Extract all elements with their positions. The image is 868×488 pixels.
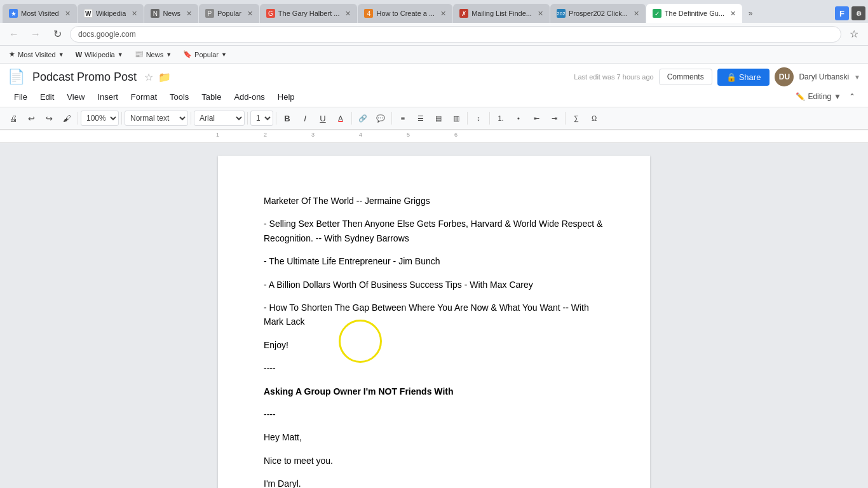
tab-definitive[interactable]: ✓ The Definitive Gu... ✕ xyxy=(646,4,742,23)
link-button[interactable]: 🔗 xyxy=(355,110,371,126)
expand-collapse-icon[interactable]: ⌃ xyxy=(849,92,855,101)
menu-tools[interactable]: Tools xyxy=(163,90,195,104)
divider-1 xyxy=(78,112,78,125)
tab-close-wikipedia[interactable]: ✕ xyxy=(132,10,137,18)
editing-mode-label: Editing xyxy=(808,92,831,101)
document-title[interactable]: Podcast Promo Post xyxy=(32,71,137,84)
bullet-list-button[interactable]: • xyxy=(510,110,527,126)
editing-mode-chevron[interactable]: ▼ xyxy=(834,92,841,101)
tab-create[interactable]: 4 How to Create a ... ✕ xyxy=(358,4,452,23)
paint-format-button[interactable]: 🖌 xyxy=(58,110,75,126)
tab-close-most-visited[interactable]: ✕ xyxy=(65,10,71,18)
tab-news[interactable]: N News ✕ xyxy=(144,4,198,23)
bookmark-popular[interactable]: 🔖 Popular ▼ xyxy=(178,49,232,60)
divider-7 xyxy=(391,112,392,125)
doc-paragraph-19 xyxy=(264,447,604,454)
comments-button[interactable]: Comments xyxy=(659,69,712,85)
tab-close-definitive[interactable]: ✕ xyxy=(730,10,736,18)
menu-table[interactable]: Table xyxy=(195,90,227,104)
doc-paragraph-22: I'm Daryl. xyxy=(264,477,604,488)
tab-label-popular: Popular xyxy=(217,10,241,17)
italic-button[interactable]: I xyxy=(297,110,313,126)
menu-file[interactable]: File xyxy=(8,90,34,104)
doc-paragraph-7 xyxy=(264,294,604,301)
formula-button[interactable]: ∑ xyxy=(568,110,585,126)
docs-header: 📄 Podcast Promo Post ☆ 📁 Last edit was 7… xyxy=(0,64,868,130)
star-icon[interactable]: ☆ xyxy=(144,71,153,83)
justify-button[interactable]: ▥ xyxy=(448,110,465,126)
share-button[interactable]: 🔒 Share xyxy=(717,69,770,86)
decrease-indent-button[interactable]: ⇤ xyxy=(528,110,545,126)
user-dropdown-icon[interactable]: ▼ xyxy=(854,74,860,81)
docs-app: 📄 Podcast Promo Post ☆ 📁 Last edit was 7… xyxy=(0,64,868,488)
doc-paragraph-4: - The Ultimate Life Entrepreneur - Jim B… xyxy=(264,254,604,268)
back-button[interactable]: ← xyxy=(5,25,23,43)
document-page: Marketer Of The World -- Jermaine Griggs… xyxy=(218,156,650,488)
menu-addons[interactable]: Add-ons xyxy=(227,90,271,104)
tab-close-mailing[interactable]: ✕ xyxy=(538,10,543,18)
bold-button[interactable]: B xyxy=(279,110,295,126)
font-select[interactable]: Arial xyxy=(194,111,245,126)
avatar[interactable]: DU xyxy=(775,67,794,86)
menu-insert[interactable]: Insert xyxy=(91,90,125,104)
doc-paragraph-12: ---- xyxy=(264,361,604,375)
undo-button[interactable]: ↩ xyxy=(23,110,39,126)
menu-view[interactable]: View xyxy=(60,90,91,104)
bookmark-button[interactable]: ☆ xyxy=(845,25,863,43)
reload-button[interactable]: ↻ xyxy=(48,25,66,43)
folder-icon[interactable]: 📁 xyxy=(158,71,171,83)
bookmark-label-news: News xyxy=(146,51,164,58)
align-left-button[interactable]: ≡ xyxy=(395,110,411,126)
tab-prosper[interactable]: 202 Prosper202 Click... ✕ xyxy=(550,4,646,23)
tab-favicon-most-visited: ★ xyxy=(9,9,18,18)
editing-mode-container: ✏️ Editing ▼ ⌃ xyxy=(790,92,860,101)
ext-icon-settings[interactable]: ⚙ xyxy=(851,6,865,20)
print-button[interactable]: 🖨 xyxy=(5,110,22,126)
increase-indent-button[interactable]: ⇥ xyxy=(546,110,562,126)
numbered-list-button[interactable]: 1. xyxy=(492,110,509,126)
bookmark-news[interactable]: 📰 News ▼ xyxy=(130,49,177,60)
forward-button[interactable]: → xyxy=(27,25,44,43)
align-right-button[interactable]: ▤ xyxy=(430,110,447,126)
tab-popular[interactable]: P Popular ✕ xyxy=(199,4,259,23)
tab-close-prosper[interactable]: ✕ xyxy=(634,10,639,18)
document-scroll-area[interactable]: Marketer Of The World -- Jermaine Griggs… xyxy=(0,143,868,488)
bookmark-icon-popular: 🔖 xyxy=(183,50,192,58)
tab-close-create[interactable]: ✕ xyxy=(440,10,446,18)
bookmark-wikipedia[interactable]: W Wikipedia ▼ xyxy=(71,50,128,60)
style-select[interactable]: Normal text xyxy=(125,111,188,126)
tab-close-halbert[interactable]: ✕ xyxy=(345,10,351,18)
address-input[interactable]: docs.google.com xyxy=(70,26,841,43)
special-chars-button[interactable]: Ω xyxy=(586,110,602,126)
divider-4 xyxy=(247,112,248,125)
doc-paragraph-16: ---- xyxy=(264,407,604,421)
comment-button[interactable]: 💬 xyxy=(372,110,389,126)
line-spacing-button[interactable]: ↕ xyxy=(470,110,487,126)
text-color-button[interactable]: A xyxy=(332,110,349,126)
tab-close-news[interactable]: ✕ xyxy=(186,10,192,18)
bookmark-most-visited[interactable]: ★ Most Visited ▼ xyxy=(4,49,69,60)
align-center-button[interactable]: ☰ xyxy=(412,110,429,126)
tabs-overflow-button[interactable]: » xyxy=(743,4,758,23)
menu-format[interactable]: Format xyxy=(125,90,163,104)
doc-paragraph-20: Nice to meet you. xyxy=(264,454,604,468)
tab-mailing[interactable]: ✗ Mailing List Finde... ✕ xyxy=(453,4,550,23)
tab-favicon-halbert: G xyxy=(266,9,275,18)
editing-mode[interactable]: ✏️ Editing ▼ ⌃ xyxy=(790,92,860,101)
zoom-select[interactable]: 100% xyxy=(81,111,119,126)
tab-favicon-create: 4 xyxy=(364,9,373,18)
redo-button[interactable]: ↪ xyxy=(41,110,57,126)
font-size-select[interactable]: 11 xyxy=(250,111,273,126)
menu-edit[interactable]: Edit xyxy=(34,90,60,104)
toolbar: 🖨 ↩ ↪ 🖌 100% Normal text Arial 11 xyxy=(0,107,868,130)
underline-button[interactable]: U xyxy=(315,110,331,126)
menu-help[interactable]: Help xyxy=(271,90,301,104)
tab-halbert[interactable]: G The Gary Halbert ... ✕ xyxy=(260,4,358,23)
divider-2 xyxy=(121,112,122,125)
tab-most-visited[interactable]: ★ Most Visited ✕ xyxy=(3,4,77,23)
tab-close-popular[interactable]: ✕ xyxy=(247,10,253,18)
ext-icon-f: F xyxy=(835,6,849,20)
tab-wikipedia[interactable]: W Wikipedia ✕ xyxy=(78,4,144,23)
doc-paragraph-17 xyxy=(264,424,604,430)
divider-9 xyxy=(489,112,490,125)
